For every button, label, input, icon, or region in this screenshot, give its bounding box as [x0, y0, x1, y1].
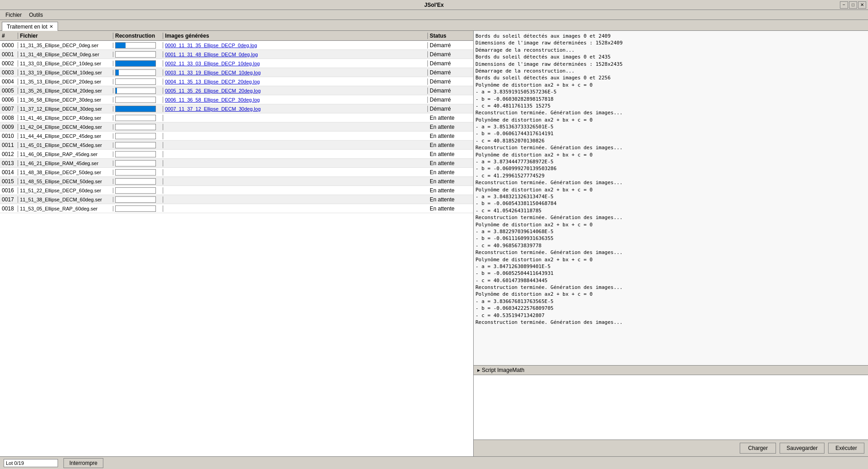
table-row: 000711_37_12_Ellipse_DECM_30deg.ser0007_… [0, 104, 473, 113]
cell-num: 0000 [0, 42, 18, 49]
cell-file: 11_35_26_Ellipse_DECM_20deg.ser [18, 88, 113, 93]
log-line: Polynôme de distortion ax2 + bx + c = 0 [475, 256, 866, 263]
cell-images[interactable]: 0005_11_35_26_Ellipse_DECM_20deg.log [163, 88, 428, 94]
triangle-icon: ▶ [477, 368, 480, 372]
log-line: Polynôme de distortion ax2 + bx + c = 0 [475, 117, 866, 123]
log-link[interactable]: 0007_11_37_12_Ellipse_DECM_30deg.log [165, 106, 261, 112]
log-line: - a = 3.85136373332650​1E-5 [475, 123, 866, 130]
log-area[interactable]: Bords du soleil détectés aux images 0 et… [474, 31, 868, 366]
cell-images[interactable]: 0003_11_33_19_Ellipse_DECM_10deg.log [163, 69, 428, 76]
progress-bar-fill [116, 61, 155, 66]
cell-num: 0012 [0, 151, 18, 157]
col-header-num: # [0, 33, 18, 39]
charger-button[interactable]: Charger [740, 443, 776, 454]
tab-close-icon[interactable]: ✕ [49, 24, 53, 29]
window-title: JSol'Ex [424, 2, 444, 8]
cell-num: 0010 [0, 133, 18, 139]
cell-images[interactable]: 0000_11_31_35_Ellipse_DECP_0deg.log [163, 42, 428, 49]
cell-num: 0011 [0, 142, 18, 148]
log-line: Reconstruction terminée. Génération des … [475, 214, 866, 221]
sauvegarder-button[interactable]: Sauvegarder [780, 443, 824, 454]
cell-images[interactable]: 0006_11_36_58_Ellipse_DECP_30deg.log [163, 97, 428, 103]
cell-status: Démarré [428, 51, 473, 58]
log-line: Reconstruction terminée. Génération des … [475, 319, 866, 326]
log-link[interactable]: 0003_11_33_19_Ellipse_DECM_10deg.log [165, 70, 261, 75]
cell-reconstruction [113, 160, 163, 166]
log-link[interactable]: 0005_11_35_26_Ellipse_DECM_20deg.log [165, 88, 261, 93]
cell-status: En attente [428, 133, 473, 139]
col-header-images: Images générées [163, 33, 428, 39]
log-line: - b = -0.06052504411643931 [475, 270, 866, 277]
main-content: # Fichier Reconstruction Images générées… [0, 31, 868, 456]
cell-file: 11_37_12_Ellipse_DECM_30deg.ser [18, 106, 113, 112]
executer-button[interactable]: Exécuter [828, 443, 864, 454]
log-line: Polynôme de distortion ax2 + bx + c = 0 [475, 186, 866, 193]
cell-reconstruction [113, 42, 163, 49]
cell-file: 11_31_48_Ellipse_DECM_0deg.ser [18, 52, 113, 57]
bottom-buttons: Charger Sauvegarder Exécuter [474, 440, 868, 456]
log-link[interactable]: 0000_11_31_35_Ellipse_DECP_0deg.log [165, 43, 257, 48]
cell-reconstruction [113, 169, 163, 176]
cell-status: Démarré [428, 88, 473, 94]
maximize-button[interactable]: □ [849, 1, 857, 9]
menu-fichier[interactable]: Fichier [2, 11, 25, 19]
cell-file: 11_33_03_Ellipse_DECP_10deg.ser [18, 61, 113, 66]
log-line: Bords du soleil détectés aux images 0 et… [475, 33, 866, 39]
menu-outils[interactable]: Outils [25, 11, 47, 19]
cell-reconstruction [113, 205, 163, 212]
cell-num: 0006 [0, 97, 18, 103]
log-line: Reconstruction terminée. Génération des … [475, 284, 866, 291]
cell-num: 0015 [0, 178, 18, 185]
log-line: - a = 3.84832132631347​4E-5 [475, 193, 866, 200]
cell-reconstruction [113, 133, 163, 139]
log-line: Reconstruction terminée. Génération des … [475, 109, 866, 116]
log-link[interactable]: 0002_11_33_03_Ellipse_DECP_10deg.log [165, 61, 260, 66]
progress-bar-container [115, 69, 156, 76]
progress-bar-fill [116, 70, 119, 75]
interrompre-button[interactable]: Interrompre [63, 458, 103, 468]
close-button[interactable]: ✕ [858, 1, 866, 9]
log-line: - a = 3.88229703961406​8E-5 [475, 228, 866, 235]
cell-images[interactable]: 0004_11_35_13_Ellipse_DECP_20deg.log [163, 78, 428, 85]
cell-num: 0003 [0, 69, 18, 76]
log-link[interactable]: 0004_11_35_13_Ellipse_DECP_20deg.log [165, 79, 260, 84]
table-row: 001711_51_38_Ellipse_DECM_60deg.serEn at… [0, 195, 473, 204]
log-line: Reconstruction terminée. Génération des … [475, 249, 866, 256]
col-header-file: Fichier [18, 33, 113, 39]
cell-num: 0007 [0, 106, 18, 112]
cell-file: 11_51_22_Ellipse_DECP_60deg.ser [18, 188, 113, 193]
table-row: 001511_48_55_Ellipse_DECM_50deg.serEn at… [0, 177, 473, 186]
script-section-label: Script ImageMath [482, 367, 524, 373]
cell-file: 11_41_46_Ellipse_DECP_40deg.ser [18, 115, 113, 121]
progress-bar-container [115, 196, 156, 203]
cell-images[interactable]: 0007_11_37_12_Ellipse_DECM_30deg.log [163, 106, 428, 112]
cell-num: 0016 [0, 187, 18, 194]
title-controls: − □ ✕ [840, 1, 866, 9]
cell-num: 0014 [0, 169, 18, 176]
table-row: 001811_53_05_Ellipse_RAP_60deg.serEn att… [0, 204, 473, 213]
cell-file: 11_46_06_Ellipse_RAP_45deg.ser [18, 151, 113, 157]
cell-file: 11_46_21_Ellipse_RAM_45deg.ser [18, 161, 113, 166]
table-row: 000611_36_58_Ellipse_DECP_30deg.ser0006_… [0, 95, 473, 104]
log-link[interactable]: 0006_11_36_58_Ellipse_DECP_30deg.log [165, 97, 260, 103]
cell-reconstruction [113, 97, 163, 103]
log-link[interactable]: 0001_11_31_48_Ellipse_DECM_0deg.log [165, 52, 258, 57]
cell-status: Démarré [428, 42, 473, 49]
table-row: 001611_51_22_Ellipse_DECP_60deg.serEn at… [0, 186, 473, 195]
progress-bar-container [115, 97, 156, 103]
cell-images[interactable]: 0001_11_31_48_Ellipse_DECM_0deg.log [163, 51, 428, 58]
log-line: Reconstruction terminée. Génération des … [475, 144, 866, 151]
script-header: ▶ Script ImageMath [474, 366, 868, 375]
tab-traitement-en-lot[interactable]: Traitement en lot ✕ [2, 22, 58, 31]
cell-num: 0009 [0, 124, 18, 130]
cell-num: 0001 [0, 51, 18, 58]
script-body[interactable] [474, 375, 868, 440]
cell-images[interactable]: 0002_11_33_03_Ellipse_DECP_10deg.log [163, 60, 428, 67]
minimize-button[interactable]: − [840, 1, 848, 9]
progress-bar-container [115, 142, 156, 148]
table-row: 001311_46_21_Ellipse_RAM_45deg.serEn att… [0, 159, 473, 168]
table-body: 000011_31_35_Ellipse_DECP_0deg.ser0000_1… [0, 41, 473, 456]
cell-status: En attente [428, 178, 473, 185]
log-line: - c = 40.601473988443445 [475, 277, 866, 284]
lot-status-input[interactable] [4, 459, 58, 467]
